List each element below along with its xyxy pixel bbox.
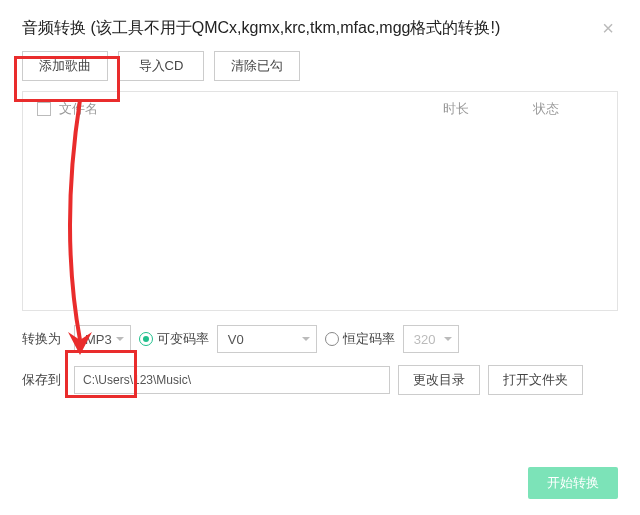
radio-icon: [325, 332, 339, 346]
vbr-select[interactable]: V0: [217, 325, 317, 353]
save-path-input[interactable]: C:\Users\123\Music\: [74, 366, 390, 394]
convert-to-label: 转换为: [22, 330, 66, 348]
format-value: MP3: [85, 332, 112, 347]
open-folder-button[interactable]: 打开文件夹: [488, 365, 583, 395]
dialog-title: 音频转换 (该工具不用于QMCx,kgmx,krc,tkm,mfac,mgg格式…: [22, 18, 500, 39]
dialog-footer: 开始转换: [528, 467, 618, 499]
vbr-radio-label: 可变码率: [157, 330, 209, 348]
options-panel: 转换为 MP3 可变码率 V0 恒定码率 320 保存到 C:\Users\12: [0, 311, 640, 395]
save-path-value: C:\Users\123\Music\: [83, 373, 191, 387]
save-to-label: 保存到: [22, 371, 66, 389]
column-duration: 时长: [443, 100, 533, 118]
vbr-value: V0: [228, 332, 244, 347]
start-convert-button[interactable]: 开始转换: [528, 467, 618, 499]
file-list: 文件名 时长 状态: [22, 91, 618, 311]
dialog-header: 音频转换 (该工具不用于QMCx,kgmx,krc,tkm,mfac,mgg格式…: [0, 0, 640, 51]
format-select[interactable]: MP3: [74, 325, 131, 353]
clear-checked-button[interactable]: 清除已勾: [214, 51, 300, 81]
convert-row: 转换为 MP3 可变码率 V0 恒定码率 320: [22, 325, 618, 353]
column-status: 状态: [533, 100, 603, 118]
cbr-value: 320: [414, 332, 436, 347]
vbr-radio[interactable]: 可变码率: [139, 330, 209, 348]
add-song-button[interactable]: 添加歌曲: [22, 51, 108, 81]
close-icon[interactable]: ×: [598, 18, 618, 38]
radio-icon: [139, 332, 153, 346]
save-row: 保存到 C:\Users\123\Music\ 更改目录 打开文件夹: [22, 365, 618, 395]
cbr-radio[interactable]: 恒定码率: [325, 330, 395, 348]
select-all-checkbox[interactable]: [37, 102, 51, 116]
list-header: 文件名 时长 状态: [23, 92, 617, 126]
toolbar: 添加歌曲 导入CD 清除已勾: [0, 51, 640, 91]
change-dir-button[interactable]: 更改目录: [398, 365, 480, 395]
import-cd-button[interactable]: 导入CD: [118, 51, 204, 81]
cbr-select[interactable]: 320: [403, 325, 459, 353]
column-filename: 文件名: [59, 100, 443, 118]
audio-convert-dialog: 音频转换 (该工具不用于QMCx,kgmx,krc,tkm,mfac,mgg格式…: [0, 0, 640, 515]
cbr-radio-label: 恒定码率: [343, 330, 395, 348]
